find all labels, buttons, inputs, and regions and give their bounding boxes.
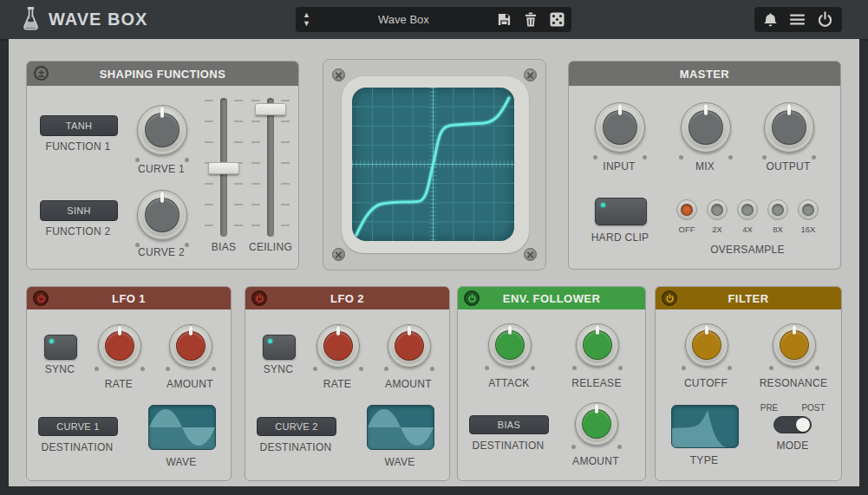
delete-icon[interactable] [524, 12, 538, 27]
release-knob[interactable] [576, 323, 619, 367]
bias-slider[interactable] [205, 98, 243, 237]
stepper-down-icon[interactable]: ▼ [303, 21, 310, 27]
lfo2-wave-display[interactable] [367, 405, 434, 450]
oversample-off-radio[interactable] [676, 199, 697, 220]
mix-label: MIX [662, 160, 748, 173]
lfo2-destination-button[interactable]: CURVE 2 [257, 417, 336, 436]
hard-clip-button[interactable] [595, 198, 647, 225]
output-knob[interactable] [764, 102, 814, 153]
bell-icon[interactable] [763, 12, 778, 28]
filter-title: FILTER [656, 287, 841, 309]
oversample-2x-label: 2X [700, 225, 734, 234]
lfo1-amount-knob[interactable] [169, 324, 212, 368]
resonance-knob[interactable] [773, 323, 816, 367]
curve1-label: CURVE 1 [118, 163, 205, 175]
mode-toggle[interactable] [773, 416, 812, 433]
function1-select-button[interactable]: TANH [40, 115, 118, 136]
sine-wave-graphic [149, 406, 215, 449]
preset-name[interactable]: Wave Box [310, 13, 497, 26]
screw-icon [332, 248, 345, 261]
lfo1-destination-label: DESTINATION [34, 441, 121, 453]
wave-box-plugin-window: WAVE BOX ▲ ▼ Wave Box [0, 0, 868, 495]
lfo1-rate-knob[interactable] [98, 324, 141, 368]
input-knob[interactable] [595, 102, 645, 153]
env-amount-knob[interactable] [575, 402, 618, 446]
filter-type-label: TYPE [671, 454, 737, 466]
lowpass-curve-graphic [672, 406, 738, 447]
lfo1-destination-button[interactable]: CURVE 1 [38, 417, 118, 436]
sine-wave-graphic [368, 406, 434, 449]
filter-type-display[interactable] [671, 405, 739, 448]
flask-logo-icon [21, 6, 41, 31]
filter-panel: FILTER CUTOFF RESONANCE TYPE PRE POST MO… [655, 286, 842, 481]
output-label: OUTPUT [745, 160, 832, 173]
preset-stepper[interactable]: ▲ ▼ [303, 12, 310, 27]
ceiling-slider-handle[interactable] [255, 103, 286, 115]
master-header: MASTER [569, 62, 840, 86]
mode-post-label: POST [796, 403, 831, 413]
oversample-off-label: OFF [669, 225, 704, 234]
curve1-knob-pointer [160, 107, 164, 118]
preset-bar: ▲ ▼ Wave Box [296, 7, 571, 32]
oversample-16x-radio[interactable] [798, 199, 819, 220]
filter-header: FILTER [656, 287, 841, 309]
release-label: RELEASE [553, 377, 640, 389]
lfo2-rate-knob[interactable] [317, 324, 360, 368]
hard-clip-led [601, 203, 605, 207]
env-follower-panel: ENV. FOLLOWER ATTACK RELEASE BIAS DESTIN… [457, 286, 646, 481]
env-destination-label: DESTINATION [465, 440, 551, 452]
shaping-functions-title: SHAPING FUNCTIONS [27, 62, 298, 86]
attack-knob[interactable] [488, 323, 532, 367]
lfo1-sync-label: SYNC [27, 363, 93, 375]
shaping-functions-header: ± SHAPING FUNCTIONS [27, 62, 298, 86]
oversample-2x-radio[interactable] [707, 199, 728, 220]
hard-clip-label: HARD CLIP [577, 231, 663, 244]
lfo1-wave-display[interactable] [148, 405, 216, 450]
bias-slider-handle[interactable] [208, 162, 239, 174]
lfo2-wave-label: WAVE [367, 456, 433, 468]
oversample-16x-label: 16X [791, 225, 826, 234]
input-label: INPUT [576, 160, 662, 173]
mode-label: MODE [758, 440, 827, 452]
env-follower-header: ENV. FOLLOWER [458, 287, 645, 309]
top-bar: WAVE BOX ▲ ▼ Wave Box [0, 0, 868, 41]
oversample-4x-radio[interactable] [737, 199, 758, 220]
random-icon[interactable] [550, 12, 565, 27]
lfo2-destination-label: DESTINATION [252, 441, 339, 453]
ceiling-slider[interactable] [251, 98, 290, 237]
scope-panel [323, 59, 546, 270]
power-icon[interactable] [817, 11, 833, 28]
oversample-label: OVERSAMPLE [687, 244, 808, 256]
menu-icon[interactable] [789, 13, 806, 26]
app-title: WAVE BOX [49, 10, 147, 29]
env-amount-label: AMOUNT [552, 455, 639, 467]
lfo1-amount-label: AMOUNT [147, 378, 233, 390]
function2-label: FUNCTION 2 [40, 225, 116, 238]
master-panel: MASTER INPUT MIX OUTPUT HARD CLIP OFF 2X… [568, 61, 841, 270]
oversample-8x-radio[interactable] [767, 199, 788, 220]
attack-label: ATTACK [466, 377, 552, 389]
ceiling-label: CEILING [236, 241, 305, 253]
lfo1-panel: LFO 1 SYNC RATE AMOUNT CURVE 1 DESTINATI… [26, 286, 232, 481]
mode-toggle-knob[interactable] [796, 418, 810, 432]
lfo2-header: LFO 2 [245, 287, 449, 309]
lfo2-title: LFO 2 [245, 287, 449, 309]
function2-select-button[interactable]: SINH [40, 200, 118, 221]
mode-pre-label: PRE [752, 403, 786, 413]
curve1-knob-face [145, 113, 179, 147]
curve1-knob[interactable] [137, 105, 187, 155]
lfo1-header: LFO 1 [27, 287, 231, 309]
env-destination-button[interactable]: BIAS [469, 415, 549, 434]
lfo1-sync-button[interactable] [44, 335, 77, 360]
shaping-functions-panel: ± SHAPING FUNCTIONS TANH FUNCTION 1 CURV… [26, 61, 299, 270]
cutoff-knob[interactable] [685, 323, 728, 367]
env-follower-title: ENV. FOLLOWER [458, 287, 645, 309]
lfo2-sync-button[interactable] [263, 335, 296, 360]
scope-display [352, 88, 514, 241]
stepper-up-icon[interactable]: ▲ [303, 12, 310, 18]
save-icon[interactable] [497, 12, 512, 27]
mix-knob[interactable] [681, 102, 731, 153]
oversample-4x-label: 4X [730, 225, 765, 234]
curve2-knob[interactable] [137, 190, 187, 240]
lfo2-amount-knob[interactable] [388, 324, 431, 368]
